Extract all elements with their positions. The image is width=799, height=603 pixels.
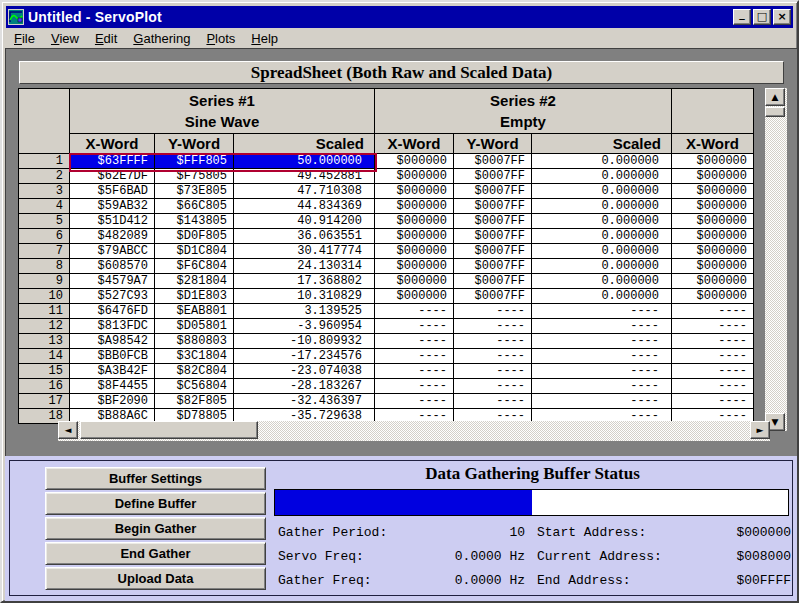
begin-gather-button[interactable]: Begin Gather — [45, 517, 266, 540]
cell[interactable]: ---- — [375, 394, 454, 409]
cell[interactable]: $A3B42F — [70, 364, 155, 379]
row-number[interactable]: 3 — [19, 184, 70, 199]
cell[interactable]: -10.809932 — [234, 334, 375, 349]
cell[interactable]: ---- — [454, 394, 532, 409]
cell[interactable]: $000000 — [672, 214, 754, 229]
cell[interactable]: $143805 — [155, 214, 234, 229]
cell[interactable]: 36.063551 — [234, 229, 375, 244]
cell[interactable]: $000000 — [672, 184, 754, 199]
end-gather-button[interactable]: End Gather — [45, 542, 266, 565]
row-number[interactable]: 10 — [19, 289, 70, 304]
cell[interactable]: ---- — [532, 364, 672, 379]
row-number[interactable]: 2 — [19, 169, 70, 184]
row-number[interactable]: 4 — [19, 199, 70, 214]
cell[interactable]: ---- — [672, 394, 754, 409]
row-number[interactable]: 16 — [19, 379, 70, 394]
cell[interactable]: ---- — [454, 364, 532, 379]
cell[interactable]: 3.139525 — [234, 304, 375, 319]
cell[interactable]: ---- — [375, 334, 454, 349]
cell[interactable]: 40.914200 — [234, 214, 375, 229]
cell[interactable]: -23.074038 — [234, 364, 375, 379]
cell[interactable]: $79ABCC — [70, 244, 155, 259]
row-number[interactable]: 11 — [19, 304, 70, 319]
cell[interactable]: $EAB801 — [155, 304, 234, 319]
cell[interactable]: 0.000000 — [532, 244, 672, 259]
cell[interactable]: $0007FF — [454, 259, 532, 274]
cell[interactable]: $000000 — [375, 214, 454, 229]
scroll-up-icon[interactable]: ▲ — [765, 88, 785, 106]
cell[interactable]: $51D412 — [70, 214, 155, 229]
cell[interactable]: ---- — [532, 349, 672, 364]
row-number[interactable]: 8 — [19, 259, 70, 274]
cell[interactable]: $000000 — [672, 259, 754, 274]
menu-item-plots[interactable]: Plots — [198, 29, 243, 48]
cell[interactable]: 0.000000 — [532, 169, 672, 184]
row-number[interactable]: 9 — [19, 274, 70, 289]
row-number[interactable]: 1 — [19, 154, 70, 169]
cell[interactable]: ---- — [454, 319, 532, 334]
cell[interactable]: 50.000000 — [234, 154, 375, 169]
cell[interactable]: $000000 — [672, 274, 754, 289]
maximize-button[interactable]: □ — [753, 9, 771, 25]
buffer-settings-button[interactable]: Buffer Settings — [45, 467, 266, 490]
cell[interactable]: $0007FF — [454, 214, 532, 229]
cell[interactable]: $0007FF — [454, 274, 532, 289]
cell[interactable]: $FFF805 — [155, 154, 234, 169]
cell[interactable]: 49.452881 — [234, 169, 375, 184]
cell[interactable]: $8F4455 — [70, 379, 155, 394]
cell[interactable]: ---- — [375, 349, 454, 364]
cell[interactable]: 30.417774 — [234, 244, 375, 259]
cell[interactable]: $D05801 — [155, 319, 234, 334]
row-number[interactable]: 17 — [19, 394, 70, 409]
cell[interactable]: $000000 — [672, 199, 754, 214]
scroll-right-icon[interactable]: ► — [750, 421, 770, 439]
menu-item-view[interactable]: View — [43, 29, 87, 48]
cell[interactable]: $BB0FCB — [70, 349, 155, 364]
menu-item-help[interactable]: Help — [243, 29, 286, 48]
cell[interactable]: 0.000000 — [532, 214, 672, 229]
menu-item-file[interactable]: File — [6, 29, 43, 48]
cell[interactable]: ---- — [375, 364, 454, 379]
cell[interactable]: $59AB32 — [70, 199, 155, 214]
upload-data-button[interactable]: Upload Data — [45, 567, 266, 590]
cell[interactable]: $000000 — [672, 289, 754, 304]
cell[interactable]: 0.000000 — [532, 259, 672, 274]
cell[interactable]: $000000 — [672, 244, 754, 259]
cell[interactable]: $5F6BAD — [70, 184, 155, 199]
cell[interactable]: ---- — [672, 304, 754, 319]
cell[interactable]: ---- — [375, 379, 454, 394]
cell[interactable]: 0.000000 — [532, 274, 672, 289]
cell[interactable]: $000000 — [375, 244, 454, 259]
cell[interactable]: $82F805 — [155, 394, 234, 409]
cell[interactable]: $82C804 — [155, 364, 234, 379]
cell[interactable]: $281804 — [155, 274, 234, 289]
row-number[interactable]: 6 — [19, 229, 70, 244]
cell[interactable]: $62E7DF — [70, 169, 155, 184]
cell[interactable]: 44.834369 — [234, 199, 375, 214]
cell[interactable]: $000000 — [672, 154, 754, 169]
cell[interactable]: $608570 — [70, 259, 155, 274]
cell[interactable]: $4579A7 — [70, 274, 155, 289]
cell[interactable]: $0007FF — [454, 199, 532, 214]
cell[interactable]: $6476FD — [70, 304, 155, 319]
cell[interactable]: ---- — [672, 319, 754, 334]
cell[interactable]: $000000 — [375, 274, 454, 289]
cell[interactable]: $482089 — [70, 229, 155, 244]
cell[interactable]: $880803 — [155, 334, 234, 349]
cell[interactable]: $0007FF — [454, 244, 532, 259]
cell[interactable]: 47.710308 — [234, 184, 375, 199]
cell[interactable]: $000000 — [375, 259, 454, 274]
cell[interactable]: $000000 — [375, 184, 454, 199]
horizontal-scrollbar[interactable]: ◄ ► — [58, 421, 770, 441]
cell[interactable]: -3.960954 — [234, 319, 375, 334]
cell[interactable]: $000000 — [672, 169, 754, 184]
cell[interactable]: ---- — [375, 319, 454, 334]
cell[interactable]: -17.234576 — [234, 349, 375, 364]
cell[interactable]: $63FFFF — [70, 154, 155, 169]
cell[interactable]: 0.000000 — [532, 154, 672, 169]
cell[interactable]: ---- — [532, 304, 672, 319]
vertical-scrollbar[interactable]: ▲ ▼ — [765, 88, 787, 431]
cell[interactable]: $66C805 — [155, 199, 234, 214]
row-number[interactable]: 15 — [19, 364, 70, 379]
cell[interactable]: ---- — [454, 349, 532, 364]
